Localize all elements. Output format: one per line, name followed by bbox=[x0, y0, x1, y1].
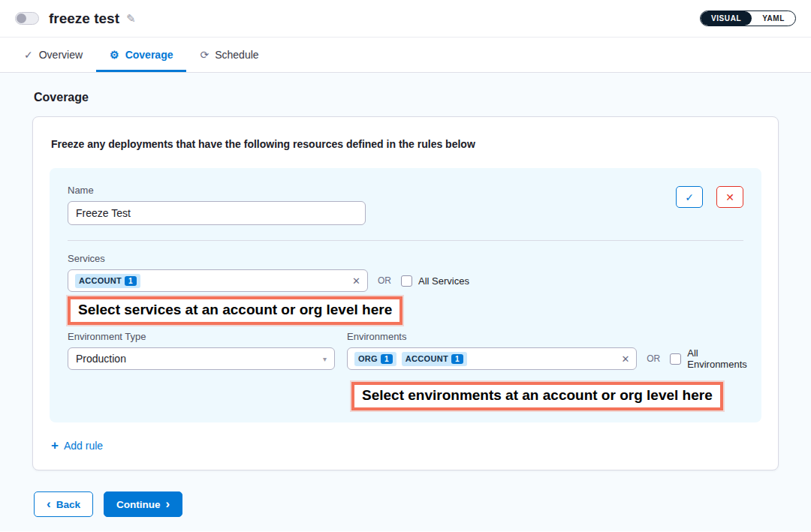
check-icon: ✓ bbox=[24, 49, 33, 61]
all-services-label: All Services bbox=[418, 275, 469, 287]
environments-field-group: Environments ORG 1 ACCOUNT 1 bbox=[347, 331, 757, 370]
coverage-card: Freeze any deployments that have the fol… bbox=[32, 116, 779, 470]
tab-schedule-label: Schedule bbox=[215, 49, 258, 61]
tab-overview[interactable]: ✓ Overview bbox=[11, 38, 96, 72]
environments-or-label: OR bbox=[647, 353, 660, 364]
chevron-left-icon: ‹ bbox=[47, 497, 51, 512]
service-tag-account[interactable]: ACCOUNT 1 bbox=[75, 274, 140, 288]
coverage-section-title: Coverage bbox=[34, 91, 779, 104]
footer-buttons: ‹ Back Continue › bbox=[34, 491, 779, 517]
tag-count-badge: 1 bbox=[125, 276, 137, 286]
name-label: Name bbox=[68, 185, 366, 196]
edit-title-icon[interactable]: ✎ bbox=[126, 12, 136, 26]
environment-type-field-group: Environment Type Production ▾ bbox=[68, 331, 335, 370]
environments-multiselect[interactable]: ORG 1 ACCOUNT 1 ✕ bbox=[347, 347, 637, 370]
schedule-icon: ⟳ bbox=[200, 49, 209, 61]
services-row: ACCOUNT 1 ✕ OR All Services bbox=[68, 269, 743, 292]
toggle-knob bbox=[17, 14, 26, 23]
environment-type-label: Environment Type bbox=[68, 331, 335, 342]
rule-name-row: Name ✓ ✕ bbox=[68, 185, 743, 225]
environments-clear-icon[interactable]: ✕ bbox=[621, 353, 629, 365]
environment-tag-account[interactable]: ACCOUNT 1 bbox=[402, 352, 467, 366]
environment-row: Environment Type Production ▾ Environmen… bbox=[68, 331, 743, 370]
chevron-right-icon: › bbox=[165, 497, 170, 512]
back-button[interactable]: ‹ Back bbox=[34, 491, 93, 517]
services-clear-icon[interactable]: ✕ bbox=[352, 275, 360, 287]
tag-count-badge: 1 bbox=[451, 354, 463, 364]
add-rule-label: Add rule bbox=[64, 440, 103, 452]
all-environments-checkbox[interactable] bbox=[670, 353, 681, 365]
services-annotation: Select services at an account or org lev… bbox=[68, 296, 402, 325]
add-rule-button[interactable]: + Add rule bbox=[50, 439, 103, 453]
tab-coverage[interactable]: ⚙ Coverage bbox=[96, 38, 186, 72]
header: freeze test ✎ VISUAL YAML bbox=[0, 0, 811, 38]
environments-row: ORG 1 ACCOUNT 1 ✕ OR bbox=[347, 347, 757, 370]
cancel-rule-button[interactable]: ✕ bbox=[716, 186, 743, 208]
gear-icon: ⚙ bbox=[110, 49, 119, 61]
freeze-enabled-toggle[interactable] bbox=[15, 12, 39, 25]
check-icon: ✓ bbox=[685, 191, 694, 203]
continue-button[interactable]: Continue › bbox=[104, 491, 182, 517]
visual-toggle-button[interactable]: VISUAL bbox=[701, 11, 752, 26]
header-left: freeze test ✎ bbox=[15, 11, 136, 27]
name-field-group: Name bbox=[68, 185, 366, 225]
services-or-label: OR bbox=[378, 275, 391, 286]
rule-actions: ✓ ✕ bbox=[676, 185, 743, 208]
confirm-rule-button[interactable]: ✓ bbox=[676, 186, 703, 208]
main-content: Coverage Freeze any deployments that hav… bbox=[0, 73, 811, 531]
back-button-label: Back bbox=[56, 499, 80, 510]
services-label: Services bbox=[68, 253, 743, 264]
environments-label: Environments bbox=[347, 331, 757, 342]
app-root: freeze test ✎ VISUAL YAML ✓ Overview ⚙ C… bbox=[0, 0, 811, 531]
rule-name-input[interactable] bbox=[68, 201, 366, 225]
visual-yaml-toggle: VISUAL YAML bbox=[700, 11, 796, 26]
tag-label: ORG bbox=[358, 354, 378, 363]
rule-panel: Name ✓ ✕ Services ACCOUNT 1 bbox=[50, 168, 761, 422]
all-services-checkbox[interactable] bbox=[401, 275, 412, 287]
environments-annotation: Select environments at an account or org… bbox=[351, 382, 723, 410]
tab-coverage-label: Coverage bbox=[125, 49, 173, 61]
tag-label: ACCOUNT bbox=[406, 354, 448, 363]
chevron-down-icon: ▾ bbox=[323, 355, 327, 363]
all-services-checkbox-wrap[interactable]: All Services bbox=[401, 275, 469, 287]
plus-icon: + bbox=[51, 439, 59, 452]
card-instruction: Freeze any deployments that have the fol… bbox=[51, 138, 761, 150]
services-multiselect[interactable]: ACCOUNT 1 ✕ bbox=[68, 269, 368, 292]
rule-divider bbox=[68, 240, 743, 241]
tab-bar: ✓ Overview ⚙ Coverage ⟳ Schedule bbox=[0, 38, 811, 73]
all-environments-checkbox-wrap[interactable]: All Environments bbox=[670, 347, 757, 370]
tab-overview-label: Overview bbox=[39, 49, 83, 61]
environment-type-dropdown[interactable]: Production ▾ bbox=[68, 347, 335, 370]
close-icon: ✕ bbox=[725, 191, 734, 203]
environment-type-value: Production bbox=[76, 353, 126, 365]
tab-schedule[interactable]: ⟳ Schedule bbox=[186, 38, 272, 72]
freeze-title: freeze test bbox=[49, 11, 119, 27]
tag-label: ACCOUNT bbox=[79, 276, 122, 285]
tag-count-badge: 1 bbox=[381, 354, 393, 364]
yaml-toggle-button[interactable]: YAML bbox=[752, 11, 795, 26]
environment-tag-org[interactable]: ORG 1 bbox=[354, 352, 396, 366]
all-environments-label: All Environments bbox=[687, 347, 757, 370]
continue-button-label: Continue bbox=[116, 499, 161, 510]
